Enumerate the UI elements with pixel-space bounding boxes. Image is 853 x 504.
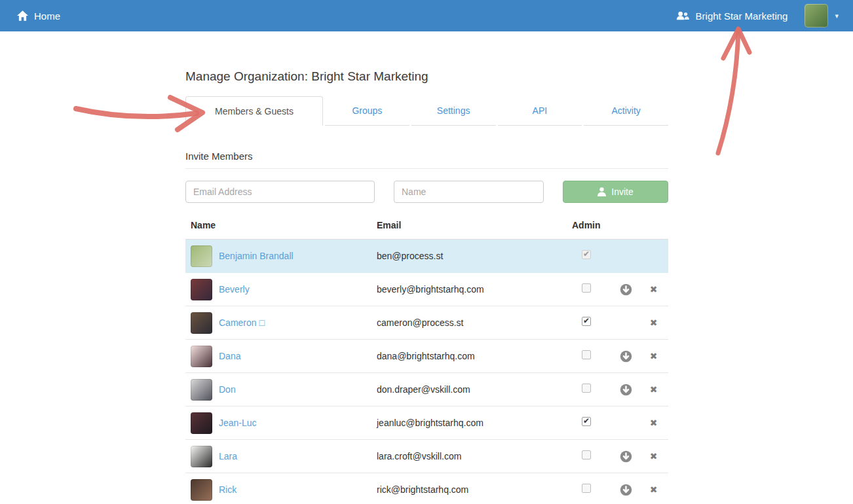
admin-checkbox[interactable]	[582, 317, 591, 326]
table-row: Rick rick@brightstarhq.com ✖	[185, 473, 668, 504]
member-name-link[interactable]: Rick	[219, 484, 237, 495]
member-name-link[interactable]: Beverly	[219, 284, 250, 295]
table-row: Dana dana@brightstarhq.com ✖	[185, 340, 668, 373]
remove-x-icon[interactable]: ✖	[650, 285, 658, 294]
table-header-row: Name Email Admin	[185, 220, 668, 240]
member-avatar	[191, 245, 212, 267]
demote-circle-down-icon[interactable]	[620, 283, 632, 296]
person-icon	[597, 187, 606, 196]
member-name-link[interactable]: Benjamin Brandall	[219, 251, 294, 261]
member-avatar	[191, 346, 212, 367]
manage-organization-panel: Manage Organization: Bright Star Marketi…	[185, 31, 668, 504]
admin-checkbox[interactable]	[582, 283, 591, 293]
member-name-link[interactable]: Jean-Luc	[219, 418, 257, 428]
user-menu[interactable]: ▾	[805, 4, 839, 27]
member-avatar	[191, 279, 212, 300]
remove-x-icon[interactable]: ✖	[650, 318, 658, 327]
home-label: Home	[34, 10, 60, 22]
table-row: Cameron □ cameron@process.st ✖	[185, 306, 668, 340]
member-avatar	[191, 412, 212, 434]
member-email: cameron@process.st	[371, 317, 567, 328]
header-admin: Admin	[567, 220, 613, 230]
member-avatar	[191, 446, 212, 467]
user-avatar	[805, 4, 828, 27]
tab-settings[interactable]: Settings	[411, 96, 496, 126]
admin-checkbox[interactable]	[582, 484, 591, 493]
name-input[interactable]	[394, 181, 544, 203]
member-name-link[interactable]: Don	[219, 384, 236, 395]
top-navbar: Home Bright Star Marketing ▾	[0, 0, 853, 31]
member-name-link[interactable]: Cameron □	[219, 317, 265, 328]
admin-checkbox[interactable]	[582, 384, 591, 393]
page-title: Manage Organization: Bright Star Marketi…	[185, 68, 668, 85]
demote-circle-down-icon[interactable]	[620, 384, 632, 396]
header-email: Email	[371, 220, 567, 230]
tab-groups[interactable]: Groups	[325, 96, 409, 126]
member-email: beverly@brightstarhq.com	[371, 284, 567, 295]
admin-checkbox[interactable]	[582, 350, 591, 359]
invite-button[interactable]: Invite	[563, 181, 668, 203]
caret-down-icon: ▾	[835, 12, 839, 20]
table-row: Don don.draper@vskill.com ✖	[185, 373, 668, 406]
section-divider	[185, 168, 668, 169]
table-row: Lara lara.croft@vskill.com ✖	[185, 440, 668, 473]
demote-circle-down-icon[interactable]	[620, 350, 632, 363]
member-avatar	[191, 312, 212, 334]
tab-api[interactable]: API	[498, 96, 582, 126]
table-row: Beverly beverly@brightstarhq.com ✖	[185, 273, 668, 306]
tab-members-guests[interactable]: Members & Guests	[185, 96, 323, 126]
member-avatar	[191, 479, 212, 501]
org-tabs: Members & Guests Groups Settings API Act…	[185, 96, 668, 126]
home-icon	[17, 10, 28, 21]
remove-x-icon[interactable]: ✖	[650, 385, 658, 394]
tab-activity[interactable]: Activity	[584, 96, 668, 126]
remove-x-icon[interactable]: ✖	[650, 452, 658, 461]
home-link[interactable]: Home	[17, 10, 60, 22]
email-address-input[interactable]	[185, 181, 375, 203]
invite-members-heading: Invite Members	[185, 151, 668, 162]
organization-menu[interactable]: Bright Star Marketing	[676, 10, 788, 22]
member-avatar	[191, 379, 212, 401]
admin-checkbox[interactable]	[582, 250, 591, 259]
member-name-link[interactable]: Lara	[219, 451, 237, 461]
member-email: dana@brightstarhq.com	[371, 351, 567, 361]
member-email: rick@brightstarhq.com	[371, 484, 567, 495]
table-row: Jean-Luc jeanluc@brightstarhq.com ✖	[185, 406, 668, 440]
users-icon	[676, 11, 689, 21]
admin-checkbox[interactable]	[582, 450, 591, 459]
member-name-link[interactable]: Dana	[219, 351, 240, 361]
header-name: Name	[185, 220, 371, 230]
remove-x-icon[interactable]: ✖	[650, 485, 658, 494]
invite-button-label: Invite	[611, 187, 633, 197]
admin-checkbox[interactable]	[582, 417, 591, 426]
member-email: jeanluc@brightstarhq.com	[371, 418, 567, 428]
annotation-arrow-right-icon	[76, 98, 202, 130]
organization-label: Bright Star Marketing	[696, 10, 788, 22]
remove-x-icon[interactable]: ✖	[650, 351, 658, 361]
members-table: Name Email Admin Benjamin Brandall ben@p…	[185, 220, 668, 504]
remove-x-icon[interactable]: ✖	[650, 418, 658, 427]
member-email: lara.croft@vskill.com	[371, 451, 567, 461]
member-email: ben@process.st	[371, 251, 567, 261]
member-email: don.draper@vskill.com	[371, 384, 567, 395]
table-row: Benjamin Brandall ben@process.st ✖	[185, 240, 668, 273]
demote-circle-down-icon[interactable]	[620, 484, 632, 496]
demote-circle-down-icon[interactable]	[620, 450, 632, 463]
invite-form: Invite	[185, 181, 668, 203]
annotation-arrow-up-icon	[718, 29, 749, 153]
